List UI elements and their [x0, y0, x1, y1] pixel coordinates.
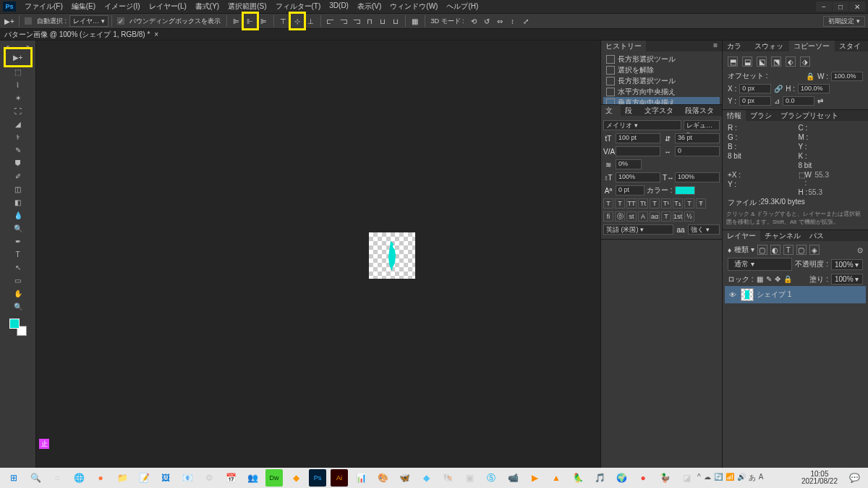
lock-position-icon[interactable]: ✥	[775, 275, 780, 283]
vscale-input[interactable]: 100%	[616, 172, 660, 182]
menu-type[interactable]: 書式(Y)	[191, 0, 224, 13]
brush-tool[interactable]: ✎	[10, 143, 26, 156]
duck-icon[interactable]: 🦆	[656, 469, 673, 487]
path-select-tool[interactable]: ↖	[10, 261, 26, 274]
tray-chevron-icon[interactable]: ^	[697, 473, 701, 483]
clone-angle-input[interactable]: 0.0	[783, 96, 814, 106]
channels-tab[interactable]: チャンネル	[760, 230, 805, 241]
para-style-tab[interactable]: 段落スタイル	[681, 105, 722, 116]
settings-icon[interactable]: ⚙	[200, 469, 218, 487]
zoom-icon[interactable]: 📹	[504, 469, 522, 487]
clone-h-input[interactable]: 100.0%	[798, 84, 830, 93]
ot6-button[interactable]: T	[661, 211, 671, 222]
kerning-input[interactable]	[616, 146, 660, 156]
dist-hcenter-icon[interactable]: ⫎	[338, 15, 349, 27]
move-tool[interactable]: ▶+	[6, 49, 30, 65]
eraser-tool[interactable]: ◫	[10, 182, 26, 195]
clone-source-tab[interactable]: コピーソース	[789, 41, 835, 51]
dist-vcenter-icon[interactable]: ⊔	[377, 15, 388, 27]
pen-tool[interactable]: ✒	[10, 235, 26, 248]
align-right-icon[interactable]: ⊫	[258, 15, 270, 27]
shape-layer-content[interactable]	[385, 241, 399, 270]
menu-edit[interactable]: 編集(E)	[67, 0, 100, 13]
underline-button[interactable]: T₁	[673, 198, 683, 209]
darkapp-icon[interactable]: ◪	[678, 469, 695, 487]
tracking-input[interactable]: 0	[675, 146, 720, 156]
shell-icon[interactable]: 🐚	[439, 469, 456, 487]
workspace-preset-select[interactable]: 初期設定 ▾	[823, 16, 865, 27]
stamp-tool[interactable]: ⛊	[10, 156, 26, 169]
lock-all-icon[interactable]: 🔒	[783, 275, 792, 283]
zoom-tool[interactable]: 🔍	[10, 300, 26, 313]
start-button[interactable]: ⊞	[5, 469, 22, 487]
layer-visibility-icon[interactable]: 👁	[728, 291, 738, 299]
clone-src-4-icon[interactable]: ⬔	[771, 56, 781, 67]
italic-button[interactable]: T	[615, 198, 625, 209]
blend-mode-select[interactable]: 通常 ▾	[728, 258, 792, 271]
quickmask-icon[interactable]: 止	[39, 439, 49, 449]
hscale-input[interactable]: 100%	[675, 172, 720, 182]
dist-right-icon[interactable]: ⫎	[351, 15, 362, 27]
dist-bottom-icon[interactable]: ⊔	[390, 15, 401, 27]
filter-shape-icon[interactable]: ▢	[796, 245, 807, 255]
illustrator-icon[interactable]: Ai	[331, 469, 348, 487]
font-family-select[interactable]: メイリオ ▾	[603, 120, 681, 130]
text-color-swatch[interactable]	[675, 186, 695, 195]
clone-src-1-icon[interactable]: ⬒	[728, 56, 738, 67]
hand-tool[interactable]: ✋	[10, 287, 26, 300]
blur-tool[interactable]: 💧	[10, 209, 26, 222]
tray-cloud-icon[interactable]: ☁	[704, 473, 711, 483]
filter-adjust-icon[interactable]: ◐	[770, 245, 780, 255]
eyedropper-tool[interactable]: ◢	[10, 117, 26, 130]
align-hcenter-button[interactable]: ⊩	[243, 13, 258, 29]
lock-transparency-icon[interactable]: ▦	[757, 275, 763, 283]
clone-src-2-icon[interactable]: ⬓	[742, 56, 752, 67]
layers-tab[interactable]: レイヤー	[723, 230, 760, 241]
globe-icon[interactable]: 🌍	[613, 469, 630, 487]
sublime-icon[interactable]: ◆	[287, 469, 305, 487]
calendar-icon[interactable]: 📅	[222, 469, 239, 487]
ot4-button[interactable]: A	[638, 211, 648, 222]
sub-button[interactable]: T¹	[661, 198, 671, 209]
history-item[interactable]: 選択を解除	[603, 64, 720, 75]
character-tab[interactable]: 文字	[601, 105, 621, 116]
document-tab-close-icon[interactable]: ×	[154, 30, 158, 38]
filter-type-icon[interactable]: T	[783, 245, 793, 255]
clone-src-6-icon[interactable]: ⬗	[800, 56, 810, 67]
strike-button[interactable]: T	[684, 198, 694, 209]
butterfly-icon[interactable]: 🦋	[396, 469, 413, 487]
tray-sync-icon[interactable]: 🔄	[714, 473, 723, 483]
3d-zoom-icon[interactable]: ⤢	[520, 15, 532, 27]
photos-icon[interactable]: 🖼	[157, 469, 174, 487]
antialias-select[interactable]: 強く ▾	[688, 224, 720, 235]
chrome-icon[interactable]: 🌐	[70, 469, 88, 487]
align-vcenter-button[interactable]: ⊹	[290, 13, 305, 29]
clone-w-input[interactable]: 100.0%	[831, 72, 863, 81]
music-icon[interactable]: 🎵	[591, 469, 608, 487]
link-icon[interactable]: 🔗	[774, 85, 783, 93]
close-button[interactable]: ✕	[849, 1, 865, 12]
align-left-icon[interactable]: ⊫	[231, 15, 242, 27]
system-tray[interactable]: ^ ☁ 🔄 📶 🔊 あ A	[697, 473, 763, 483]
history-item[interactable]: 長方形選択ツール	[603, 54, 720, 64]
3d-slide-icon[interactable]: ↕	[507, 15, 519, 27]
excel-icon[interactable]: 📊	[352, 469, 370, 487]
caps-button[interactable]: TT	[626, 198, 637, 209]
menu-window[interactable]: ウィンドウ(W)	[386, 0, 442, 13]
baseline-shift-input[interactable]: 0 pt	[616, 185, 644, 195]
healing-tool[interactable]: ⚕	[10, 130, 26, 143]
lock-pixels-icon[interactable]: ✎	[766, 275, 772, 283]
layer-row[interactable]: 👁 シェイプ 1	[725, 286, 866, 303]
smallcaps-button[interactable]: Tt	[638, 198, 648, 209]
canvas[interactable]	[369, 232, 415, 279]
tray-volume-icon[interactable]: 🔊	[737, 473, 746, 483]
photoshop-icon[interactable]: Ps	[309, 469, 326, 487]
info-tab[interactable]: 情報	[723, 110, 746, 121]
teams-icon[interactable]: 👥	[244, 469, 261, 487]
tray-network-icon[interactable]: 📶	[726, 473, 734, 483]
clone-src-5-icon[interactable]: ⬖	[786, 56, 796, 67]
menu-3d[interactable]: 3D(D)	[325, 0, 353, 13]
clone-x-input[interactable]: 0 px	[739, 84, 771, 93]
terminal-icon[interactable]: ▣	[461, 469, 478, 487]
search-icon[interactable]: 🔍	[27, 469, 44, 487]
